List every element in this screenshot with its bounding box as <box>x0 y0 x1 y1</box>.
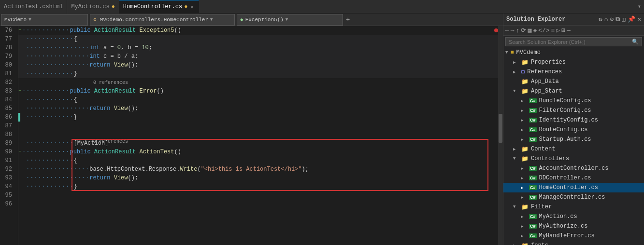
tree-item-controllers[interactable]: ▼ 📁 Controllers <box>503 154 644 163</box>
tree-item-accountcontroller[interactable]: ▶ C# AccountController.cs <box>503 163 644 173</box>
tree-label: AccountController.cs <box>539 165 609 172</box>
tree-item-bundleconfig[interactable]: ▶ C# BundleConfig.cs <box>503 96 644 106</box>
arrow-icon: ▶ <box>513 69 519 75</box>
cs-icon: C# <box>529 98 537 103</box>
solution-tree: ▼ ■ MVCdemo ▶ 📁 Properties ▶ ⊞ Reference… <box>503 48 644 245</box>
scope-icon[interactable]: ⊞ <box>561 27 565 34</box>
code-line-89: ············ [MyAction] <box>18 139 498 148</box>
class-dropdown[interactable]: ⚙ MVCdemo.Controllers.HomeController ▼ <box>90 14 235 26</box>
header-icons: ↻ ⌂ ⚙ ⧉ ◫ 📌 ✕ <box>599 15 641 23</box>
tree-item-appdata[interactable]: 📁 App_Data <box>503 77 644 86</box>
up-icon[interactable]: ↑ <box>516 27 520 34</box>
sync-icon[interactable]: ⟳ <box>521 27 526 34</box>
show-all-icon[interactable]: ◈ <box>533 27 537 34</box>
collapse-icon-83[interactable]: − <box>18 87 21 95</box>
dash-icon[interactable]: — <box>567 27 571 34</box>
tab-actiontest[interactable]: ActionTest.cshtml <box>0 0 67 14</box>
arrow-icon: ▶ <box>521 137 527 142</box>
ref-count-83: 0 references <box>93 80 128 85</box>
tree-item-managecontroller[interactable]: ▶ C# ManageController.cs <box>503 192 644 202</box>
code-editor[interactable]: − ············ public ActionResult Excep… <box>18 26 498 245</box>
project-icon: ■ <box>510 49 514 56</box>
arrow-icon: ▶ <box>521 127 527 133</box>
tree-item-fonts[interactable]: ▶ 📁 fonts <box>503 241 644 245</box>
props-icon[interactable]: ≡ <box>551 27 555 34</box>
project-dropdown[interactable]: MVCdemo ▼ <box>1 14 88 26</box>
arrow-icon: ▼ <box>513 204 519 209</box>
tree-label: Content <box>531 146 555 152</box>
preview-icon[interactable]: ▷ <box>556 27 560 34</box>
code-line-76: − ············ public ActionResult Excep… <box>18 26 498 35</box>
code-line-90: − ············ public ActionResult Actio… <box>18 148 498 156</box>
vertical-scrollbar[interactable] <box>498 26 503 245</box>
tree-item-myhandleerror[interactable]: ▶ C# MyHandleError.cs <box>503 231 644 241</box>
cs-icon: C# <box>529 176 537 180</box>
tree-item-appstart[interactable]: ▼ 📁 App_Start <box>503 86 644 96</box>
arrow-icon: ▶ <box>521 118 527 123</box>
scrollbar-thumb[interactable] <box>499 114 502 143</box>
cs-icon: C# <box>529 166 537 171</box>
tree-item-startupauth[interactable]: ▶ C# Startup.Auth.cs <box>503 135 644 144</box>
add-line-button[interactable]: + <box>344 16 352 24</box>
tree-label: References <box>527 68 562 75</box>
folder-icon: 📁 <box>521 59 529 66</box>
arrow-icon: ▶ <box>513 243 519 245</box>
tree-item-filter[interactable]: ▼ 📁 Filter <box>503 202 644 212</box>
cs-icon: C# <box>529 185 537 190</box>
code-line-93: ················ return View(); <box>18 174 498 182</box>
tree-item-homecontroller[interactable]: ▶ C# HomeController.cs <box>503 183 644 192</box>
arrow-icon: ▼ <box>505 50 508 55</box>
search-solution-icon[interactable]: ⧉ <box>615 16 620 23</box>
collapse-icon-90[interactable]: − <box>18 148 21 156</box>
code-icon[interactable]: </> <box>538 27 549 34</box>
arrow-icon: ▼ <box>513 89 519 94</box>
chevron-down-icon: ▼ <box>210 17 213 22</box>
collapse-icon[interactable]: − <box>18 26 21 35</box>
class-value: MVCdemo.Controllers.HomeController <box>100 17 208 23</box>
pin-icon[interactable]: 📌 <box>628 15 635 23</box>
tree-item-mvcdemo[interactable]: ▼ ■ MVCdemo <box>503 48 644 57</box>
home-icon[interactable]: ⌂ <box>604 16 608 23</box>
tree-item-references[interactable]: ▶ ⊞ References <box>503 67 644 77</box>
project-value: MVCdemo <box>4 17 27 23</box>
code-line-88 <box>18 130 498 139</box>
tab-bar: ActionTest.cshtml MyAction.cs ● HomeCont… <box>0 0 644 14</box>
tree-item-myauthorize[interactable]: ▶ C# MyAuthorize.cs <box>503 221 644 231</box>
tree-item-identityconfig[interactable]: ▶ C# IdentityConfig.cs <box>503 115 644 125</box>
tab-overflow-button[interactable]: ▾ <box>635 3 644 10</box>
tree-item-myaction[interactable]: ▶ C# MyAction.cs <box>503 212 644 221</box>
tree-item-filterconfig[interactable]: ▶ C# FilterConfig.cs <box>503 106 644 115</box>
search-box[interactable]: 🔍 <box>505 37 642 46</box>
chevron-down-icon: ▼ <box>29 17 31 22</box>
solution-explorer-toolbar: ← → ↑ ⟳ ▦ ◈ </> ≡ ▷ ⊞ — <box>503 26 644 36</box>
cs-icon: C# <box>529 214 537 219</box>
settings-icon[interactable]: ⚙ <box>610 15 614 23</box>
tab-close-button[interactable]: ✕ <box>189 3 194 10</box>
search-input[interactable] <box>509 39 632 45</box>
code-line-77: ············ { <box>18 35 498 43</box>
modified-dot: ● <box>184 3 187 10</box>
tree-item-content[interactable]: ▶ 📁 Content <box>503 144 644 154</box>
folder-icon: 📁 <box>521 78 529 85</box>
refresh-icon[interactable]: ↻ <box>599 15 602 23</box>
tree-item-properties[interactable]: ▶ 📁 Properties <box>503 57 644 67</box>
tree-label: MVCdemo <box>516 49 541 56</box>
tab-myaction[interactable]: MyAction.cs ● <box>67 0 119 14</box>
cs-icon: C# <box>529 108 537 113</box>
method-dropdown[interactable]: ◆ Exception5() ▼ <box>237 14 343 26</box>
filter-icon[interactable]: ▦ <box>528 27 531 34</box>
editor-content: 76 77 78 79 80 81 82 83 84 85 86 87 88 8… <box>0 26 503 245</box>
tree-label: DDController.cs <box>539 175 591 181</box>
tree-item-ddcontroller[interactable]: ▶ C# DDController.cs <box>503 173 644 183</box>
tree-item-routeconfig[interactable]: ▶ C# RouteConfig.cs <box>503 125 644 135</box>
folder-icon: 📁 <box>521 146 529 153</box>
close-icon[interactable]: ✕ <box>637 15 641 23</box>
method-icon: ◆ <box>240 16 243 23</box>
forward-icon[interactable]: → <box>511 27 515 34</box>
collapse-icon[interactable]: ◫ <box>622 15 626 23</box>
tab-homecontroller[interactable]: HomeController.cs ● ✕ <box>119 0 199 14</box>
tree-label: MyAuthorize.cs <box>539 223 588 230</box>
back-icon[interactable]: ← <box>505 27 509 34</box>
solution-explorer: Solution Explorer ↻ ⌂ ⚙ ⧉ ◫ 📌 ✕ ← → ↑ ⟳ … <box>503 14 644 245</box>
arrow-icon: ▶ <box>521 233 527 239</box>
